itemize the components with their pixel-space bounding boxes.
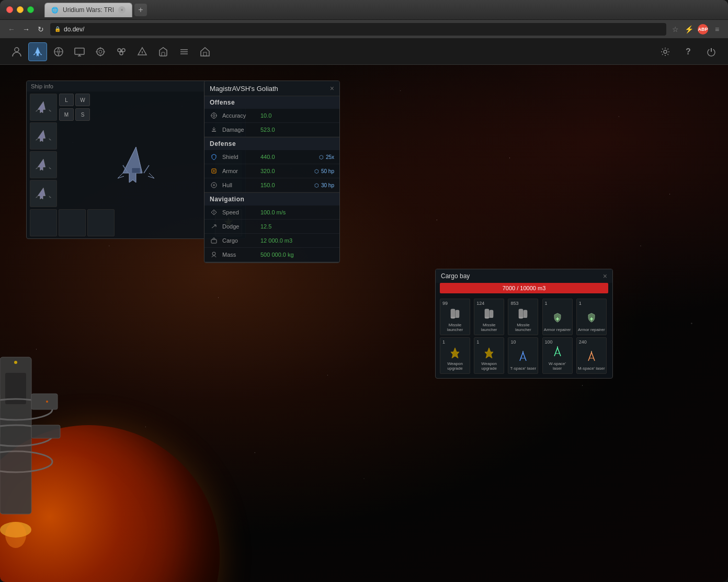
svg-rect-9 xyxy=(203,52,207,56)
toolbar-player-button[interactable] xyxy=(7,42,26,61)
ship-slot-3[interactable] xyxy=(30,151,57,178)
missile-launcher-icon-1 xyxy=(481,306,497,323)
ship-slot-2[interactable] xyxy=(30,122,57,150)
browser-window: 🌐 Uridium Wars: TRI × + ← → ↻ 🔒 do.dev/ … xyxy=(0,0,728,582)
cargo-item-9[interactable]: 240 M-space' laser xyxy=(576,337,607,374)
toolbar-fleet-button[interactable] xyxy=(112,42,131,61)
hull-row: Hull 150.0 ⬡ 30 hp xyxy=(204,178,339,192)
cargo-item-6[interactable]: 1 Weapon upgrade xyxy=(474,337,504,374)
browser-tab[interactable]: 🌐 Uridium Wars: TRI × xyxy=(44,3,132,17)
armor-value: 320.0 xyxy=(260,168,310,174)
size-button-m[interactable]: M xyxy=(59,108,74,121)
ship-slot-1[interactable] xyxy=(30,94,57,121)
shield-extra-icon: ⬡ xyxy=(319,154,324,160)
damage-icon xyxy=(210,125,218,134)
cargo-capacity-bar: 7000 / 10000 m3 xyxy=(440,283,608,293)
bottom-slot-2[interactable] xyxy=(59,209,86,236)
cargo-nav-label: Cargo xyxy=(222,237,256,244)
cargo-item-name-1: Missile launcher xyxy=(475,323,503,333)
lightning-icon[interactable]: ⚡ xyxy=(684,25,693,34)
title-bar: 🌐 Uridium Wars: TRI × + xyxy=(0,0,728,20)
cargo-item-5[interactable]: 1 Weapon upgrade xyxy=(440,337,470,374)
minimize-window-button[interactable] xyxy=(17,6,24,13)
mass-icon xyxy=(210,250,218,259)
cargo-item-name-4: Armor repairer xyxy=(578,327,605,333)
toolbar-screen-button[interactable] xyxy=(70,42,89,61)
cargo-item-2[interactable]: 853 Missile launcher xyxy=(508,299,538,335)
browser-toolbar-right: ☆ ⚡ ABP ≡ xyxy=(670,24,722,35)
cargo-close-button[interactable]: × xyxy=(603,272,607,280)
svg-rect-35 xyxy=(485,309,489,318)
forward-button[interactable]: → xyxy=(21,24,31,35)
toolbar-list-button[interactable] xyxy=(175,42,194,61)
stats-close-button[interactable]: × xyxy=(330,84,334,93)
bottom-slot-3[interactable] xyxy=(87,209,115,236)
cargo-item-name-2: Missile launcher xyxy=(509,323,537,333)
cargo-title: Cargo bay xyxy=(441,272,470,280)
missile-launcher-icon-0 xyxy=(447,306,463,323)
toolbar-pilot-button[interactable] xyxy=(154,42,173,61)
cargo-capacity-text: 7000 / 10000 m3 xyxy=(503,285,546,291)
cargo-item-3[interactable]: 1 Armor repairer xyxy=(542,299,573,335)
cargo-item-0[interactable]: 99 Missile launcher xyxy=(440,299,470,335)
close-tab-button[interactable]: × xyxy=(118,6,126,14)
refresh-button[interactable]: ↻ xyxy=(36,24,46,35)
toolbar-target-button[interactable] xyxy=(91,42,110,61)
cargo-item-count-7: 10 xyxy=(510,339,516,345)
dodge-icon xyxy=(210,222,218,231)
adblock-button[interactable]: ABP xyxy=(698,24,708,35)
cargo-item-8[interactable]: 100 W-space' laser xyxy=(542,337,573,374)
svg-rect-33 xyxy=(451,309,455,318)
toolbar-power-button[interactable] xyxy=(702,42,721,61)
accuracy-row: Accuracy 10.0 xyxy=(204,109,339,123)
speed-row: Speed 100.0 m/s xyxy=(204,206,339,220)
armor-extra: ⬡ 50 hp xyxy=(314,168,334,174)
size-button-w[interactable]: W xyxy=(75,94,90,106)
size-button-s[interactable]: S xyxy=(75,108,90,121)
svg-point-30 xyxy=(213,184,215,186)
cargo-item-1[interactable]: 124 Missile launcher xyxy=(474,299,504,335)
toolbar-alert-button[interactable] xyxy=(133,42,152,61)
toolbar-settings-button[interactable] xyxy=(656,42,675,61)
cargo-item-name-9: M-space' laser xyxy=(578,366,605,371)
toolbar-map-button[interactable] xyxy=(49,42,68,61)
stats-panel: MagistrAVSH's Goliath × Offense Accuracy xyxy=(204,81,340,263)
armor-label: Armor xyxy=(222,168,256,174)
address-bar: ← → ↻ 🔒 do.dev/ ☆ ⚡ ABP ≡ xyxy=(0,20,728,39)
svg-point-8 xyxy=(142,54,143,54)
cargo-item-name-3: Armor repairer xyxy=(544,327,571,333)
close-window-button[interactable] xyxy=(6,6,13,13)
ship-image-container xyxy=(59,123,213,207)
back-button[interactable]: ← xyxy=(6,24,17,35)
ship-slot-4[interactable] xyxy=(30,180,57,207)
svg-point-0 xyxy=(15,48,19,52)
svg-point-24 xyxy=(46,401,48,403)
cargo-item-count-3: 1 xyxy=(545,301,548,306)
cargo-item-name-0: Missile launcher xyxy=(441,323,469,333)
cargo-item-7[interactable]: 10 T-space' laser xyxy=(508,337,538,374)
cargo-items-grid: 99 Missile launcher 124 xyxy=(436,296,612,378)
toolbar-hangar-button[interactable] xyxy=(196,42,214,61)
ship-model-icon xyxy=(115,144,157,186)
menu-icon[interactable]: ≡ xyxy=(712,25,722,34)
cargo-item-4[interactable]: 1 Armor repairer xyxy=(576,299,607,335)
bottom-slot-1[interactable] xyxy=(30,209,57,236)
armor-icon xyxy=(210,167,218,175)
accuracy-label: Accuracy xyxy=(222,112,256,119)
size-button-l[interactable]: L xyxy=(59,94,74,106)
svg-point-32 xyxy=(212,252,215,255)
toolbar-help-button[interactable]: ? xyxy=(679,42,698,61)
game-viewport: Ship info xyxy=(0,65,728,582)
svg-rect-38 xyxy=(524,310,527,317)
bookmark-icon[interactable]: ☆ xyxy=(670,25,680,34)
security-icon: 🔒 xyxy=(54,26,61,32)
hull-icon xyxy=(210,181,218,189)
svg-point-5 xyxy=(118,49,121,52)
maximize-window-button[interactable] xyxy=(27,6,34,13)
url-bar[interactable]: 🔒 do.dev/ xyxy=(50,23,666,36)
svg-point-22 xyxy=(14,361,17,364)
toolbar-ship-button[interactable] xyxy=(28,42,47,61)
new-tab-button[interactable]: + xyxy=(134,4,147,16)
armor-extra-value: 50 hp xyxy=(321,168,334,174)
toolbar-right-section: ? xyxy=(656,42,721,61)
